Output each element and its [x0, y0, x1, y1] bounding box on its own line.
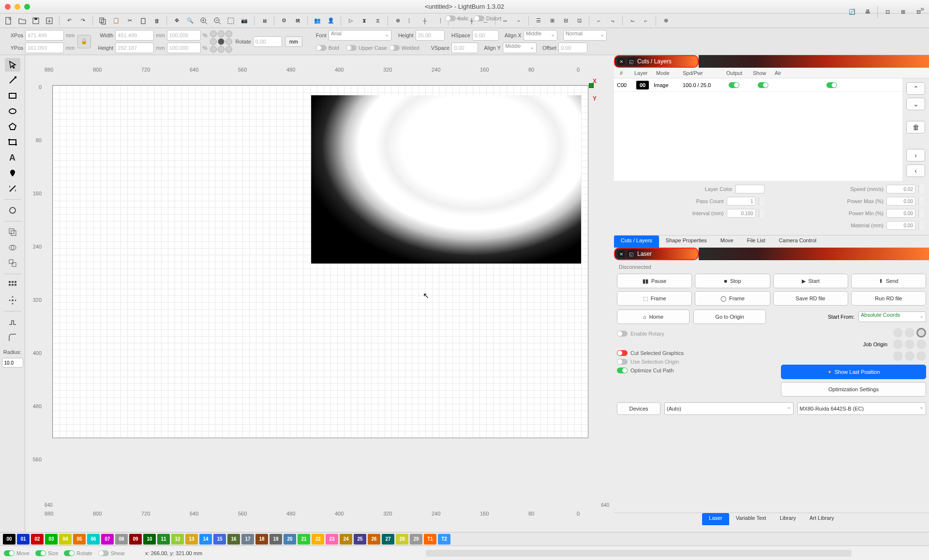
palette-color-27[interactable]: 27: [382, 534, 394, 545]
vspace-input[interactable]: [451, 43, 478, 53]
close-panel-icon[interactable]: ✕: [618, 251, 625, 257]
draw-line-tool[interactable]: [5, 74, 20, 87]
ypos-input[interactable]: [25, 43, 64, 53]
palette-color-18[interactable]: 18: [255, 534, 268, 545]
hspace-input[interactable]: [472, 30, 499, 41]
undo-icon[interactable]: ↶: [63, 15, 75, 27]
palette-color-10[interactable]: 10: [143, 534, 156, 545]
measure-tool[interactable]: [5, 182, 20, 195]
tab-library[interactable]: Library: [773, 513, 803, 525]
ellipse-tool[interactable]: [5, 104, 20, 118]
snap-icon-1[interactable]: ⊡: [882, 6, 893, 17]
settings-icon[interactable]: ⚙: [278, 15, 290, 27]
air-toggle[interactable]: [826, 82, 837, 88]
corner-br-icon[interactable]: ⌐: [640, 15, 652, 27]
palette-color-07[interactable]: 07: [101, 534, 114, 545]
fillet-tool[interactable]: [5, 331, 20, 344]
refresh-icon[interactable]: 🔄: [846, 6, 858, 17]
device-settings-icon[interactable]: 🛠: [292, 15, 303, 27]
tab-art-library[interactable]: Art Library: [803, 513, 841, 525]
mirror-h-icon[interactable]: ⧗: [359, 15, 370, 27]
cut-selected-toggle[interactable]: [617, 350, 628, 356]
xpos-input[interactable]: [25, 30, 64, 41]
height-pct-input[interactable]: [167, 43, 201, 53]
palette-color-19[interactable]: 19: [270, 534, 282, 545]
tab-laser[interactable]: Laser: [702, 513, 729, 525]
arrange-icon-3[interactable]: ⊟: [560, 15, 571, 27]
array-tool[interactable]: [5, 278, 20, 292]
palette-color-05[interactable]: 05: [73, 534, 86, 545]
zoom-out-icon[interactable]: [211, 15, 223, 27]
snap-icon-3[interactable]: ⊟: [913, 6, 924, 17]
bold-toggle[interactable]: [316, 45, 327, 51]
palette-color-20[interactable]: 20: [284, 534, 296, 545]
power-min-input[interactable]: [886, 209, 915, 218]
zoom-selection-icon[interactable]: [225, 15, 237, 27]
upper-toggle[interactable]: [346, 45, 357, 51]
rotate-toggle[interactable]: [64, 550, 75, 556]
show-toggle[interactable]: [758, 82, 768, 88]
boolean-tool[interactable]: [5, 241, 20, 254]
offset-tool[interactable]: [5, 225, 20, 239]
edit-nodes-tool[interactable]: [5, 135, 20, 149]
devices-button[interactable]: Devices: [617, 402, 660, 415]
palette-color-T2[interactable]: T2: [438, 534, 450, 545]
palette-color-21[interactable]: 21: [298, 534, 310, 545]
pan-icon[interactable]: ✥: [171, 15, 182, 27]
snap-icon-2[interactable]: ⊞: [897, 6, 909, 17]
canvas-area[interactable]: 880800720640560480400320240160800 080160…: [25, 55, 614, 525]
open-file-icon[interactable]: [16, 15, 28, 27]
minimize-window-icon[interactable]: [15, 4, 20, 10]
start-button[interactable]: ▶Start: [773, 274, 848, 288]
palette-color-16[interactable]: 16: [227, 534, 240, 545]
maximize-window-icon[interactable]: [24, 4, 30, 10]
select-tool[interactable]: [5, 58, 20, 72]
palette-color-15[interactable]: 15: [213, 534, 226, 545]
zoom-in-icon[interactable]: [198, 15, 210, 27]
align-vcenter-icon[interactable]: ┼: [419, 15, 431, 27]
frame-button[interactable]: ⬚Frame: [617, 291, 692, 306]
origin-grid[interactable]: [210, 30, 232, 53]
tab-cuts-layers[interactable]: Cuts / Layers: [614, 236, 659, 248]
mirror-v-icon[interactable]: ⧖: [372, 15, 384, 27]
use-selection-origin-toggle[interactable]: [617, 359, 628, 365]
workspace-grid[interactable]: X Y: [52, 85, 588, 438]
palette-color-24[interactable]: 24: [340, 534, 352, 545]
float-panel-icon[interactable]: ◱: [628, 251, 634, 257]
palette-color-06[interactable]: 06: [87, 534, 100, 545]
interval-input[interactable]: [727, 209, 756, 218]
job-origin-grid[interactable]: [893, 328, 926, 361]
unit-toggle-button[interactable]: mm: [285, 36, 302, 47]
alignx-select[interactable]: Middle: [524, 30, 557, 41]
zoom-fit-icon[interactable]: 🔍: [184, 15, 196, 27]
go-origin-button[interactable]: Go to Origin: [693, 309, 766, 324]
machine-select[interactable]: MX80-Ruida 6442S-B (EC): [797, 402, 927, 415]
delete-icon[interactable]: 🗑: [151, 15, 163, 27]
rotate-input[interactable]: [253, 36, 282, 47]
play-icon[interactable]: ▷: [345, 15, 357, 27]
import-icon[interactable]: [44, 15, 55, 27]
palette-color-26[interactable]: 26: [368, 534, 380, 545]
camera-icon[interactable]: 📷: [239, 15, 250, 27]
palette-color-17[interactable]: 17: [241, 534, 254, 545]
align-center-icon[interactable]: ⊕: [392, 15, 404, 27]
paste-icon[interactable]: 📋: [110, 15, 122, 27]
run-rd-button[interactable]: Run RD file: [851, 291, 926, 306]
frame-rubber-button[interactable]: ◯Frame: [695, 291, 770, 306]
polygon-tool[interactable]: [5, 120, 20, 133]
palette-color-29[interactable]: 29: [410, 534, 422, 545]
distort-toggle[interactable]: [474, 15, 484, 21]
corner-tr-icon[interactable]: ¬: [607, 15, 618, 27]
palette-color-03[interactable]: 03: [45, 534, 58, 545]
corner-bl-icon[interactable]: ⌙: [627, 15, 638, 27]
offset-input[interactable]: [558, 43, 587, 53]
radius-input[interactable]: [2, 358, 23, 368]
tab-tool[interactable]: [5, 315, 20, 329]
palette-color-12[interactable]: 12: [171, 534, 184, 545]
layer-up-button[interactable]: ⌃: [906, 82, 925, 95]
new-file-icon[interactable]: [3, 15, 15, 27]
palette-color-T1[interactable]: T1: [424, 534, 436, 545]
palette-color-11[interactable]: 11: [157, 534, 170, 545]
optimize-cut-path-toggle[interactable]: [617, 368, 628, 373]
italic-toggle[interactable]: [445, 15, 456, 21]
